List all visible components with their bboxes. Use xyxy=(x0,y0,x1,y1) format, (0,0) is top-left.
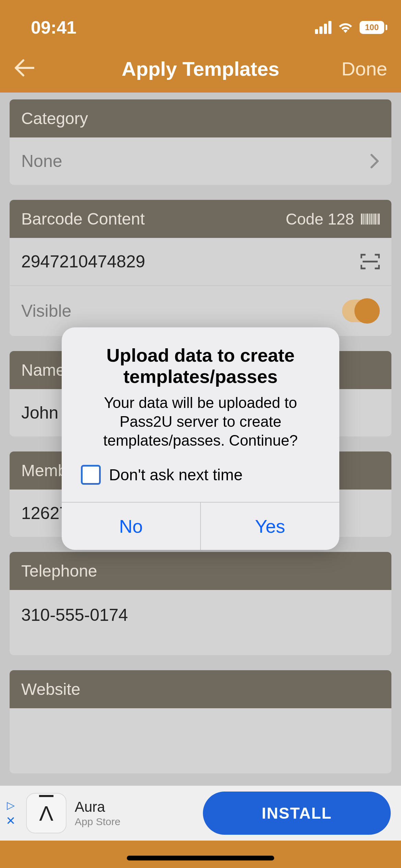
dont-ask-checkbox[interactable] xyxy=(81,465,101,485)
upload-dialog: Upload data to create templates/passes Y… xyxy=(62,327,339,550)
dialog-message: Your data will be uploaded to Pass2U ser… xyxy=(77,393,324,450)
dialog-buttons: No Yes xyxy=(62,502,339,550)
dialog-title: Upload data to create templates/passes xyxy=(77,345,324,387)
dialog-yes-button[interactable]: Yes xyxy=(201,503,339,550)
dialog-backdrop: Upload data to create templates/passes Y… xyxy=(0,0,401,868)
dialog-no-button[interactable]: No xyxy=(62,503,201,550)
dialog-checkbox-row[interactable]: Don't ask next time xyxy=(77,450,324,488)
dont-ask-label: Don't ask next time xyxy=(109,466,243,484)
screen: 09:41 100 Apply Templates Done xyxy=(0,0,401,868)
